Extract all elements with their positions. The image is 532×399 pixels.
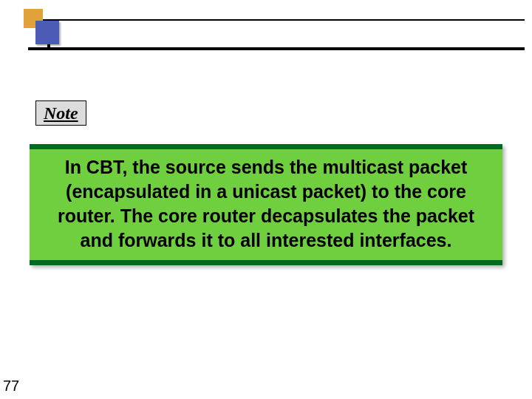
accent-square-blue — [35, 21, 59, 44]
header-line-thin — [43, 19, 525, 21]
page-number: 77 — [3, 378, 19, 395]
header-decoration — [0, 0, 532, 59]
note-label: Note — [35, 100, 86, 126]
note-content: In CBT, the source sends the multicast p… — [43, 155, 489, 253]
header-line-thick — [28, 47, 525, 50]
note-box: In CBT, the source sends the multicast p… — [30, 144, 502, 265]
